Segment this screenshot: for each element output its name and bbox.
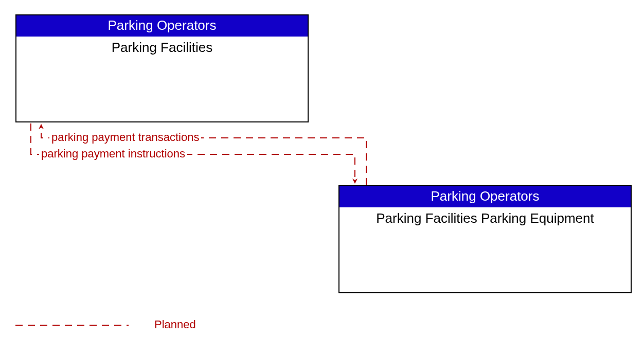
flow-label-instructions: parking payment instructions <box>39 147 187 161</box>
entity-box-parking-facilities: Parking Operators Parking Facilities <box>15 14 309 122</box>
entity-header: Parking Operators <box>339 186 631 207</box>
entity-box-parking-equipment: Parking Operators Parking Facilities Par… <box>338 185 632 293</box>
legend-label-planned: Planned <box>154 318 196 331</box>
entity-header: Parking Operators <box>16 15 308 37</box>
entity-title: Parking Facilities <box>16 37 308 56</box>
entity-title: Parking Facilities Parking Equipment <box>339 207 631 226</box>
flow-label-transactions: parking payment transactions <box>49 131 201 144</box>
